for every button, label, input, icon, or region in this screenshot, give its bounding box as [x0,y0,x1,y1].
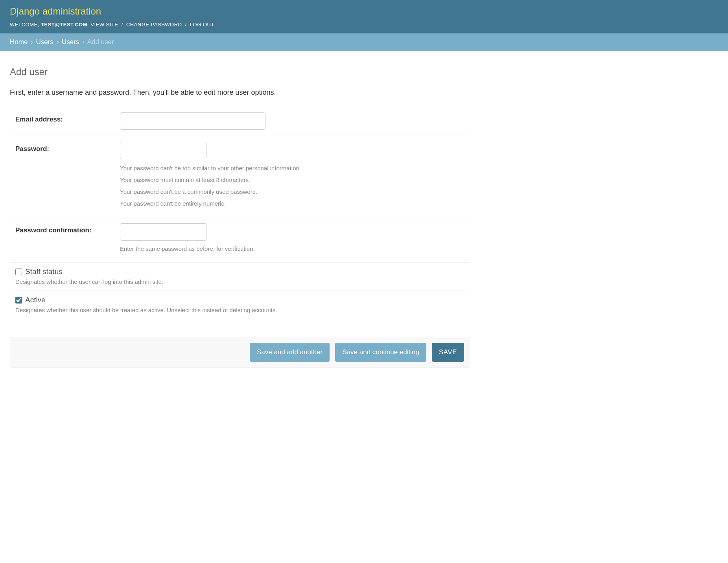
field-row-password2: Password confirmation: Enter the same pa… [10,217,470,263]
password-hint: Your password can't be entirely numeric. [120,199,470,208]
field-row-active: Active Designates whether this user shou… [10,291,470,319]
page-title: Add user [10,66,470,77]
email-label: Email address: [10,112,120,123]
password-label: Password: [10,142,120,153]
password-hint: Your password can't be too similar to yo… [120,164,470,172]
breadcrumb-current: Add user [87,38,114,46]
field-row-password: Password: Your password can't be too sim… [10,136,470,217]
logout-link[interactable]: LOG OUT [190,22,214,28]
site-title: Django administration [10,6,718,17]
password2-field[interactable] [120,223,206,241]
active-checkbox[interactable] [15,297,22,304]
password-field[interactable] [120,142,206,159]
intro-text: First, enter a username and password. Th… [10,88,470,97]
branding: Django administration [10,6,718,17]
save-add-another-button[interactable]: Save and add another [250,343,330,362]
save-continue-button[interactable]: Save and continue editing [335,343,426,362]
password-hint: Your password can't be a commonly used p… [120,188,470,196]
password2-help: Enter the same password as before, for v… [120,245,470,253]
active-help: Designates whether this user should be t… [15,307,470,313]
password-hint: Your password must contain at least 8 ch… [120,176,470,184]
staff-status-help: Designates whether the user can log into… [15,278,470,285]
breadcrumb-home[interactable]: Home [10,38,28,46]
breadcrumb-model[interactable]: Users [62,38,79,46]
email-field[interactable] [120,112,265,130]
active-label: Active [25,296,46,304]
user-tools: WELCOME, TEST@TEST.COM. VIEW SITE / CHAN… [10,22,718,28]
change-password-link[interactable]: CHANGE PASSWORD [126,22,182,28]
password-hints: Your password can't be too similar to yo… [120,164,470,208]
breadcrumb-app[interactable]: Users [36,38,53,46]
breadcrumb: Home › Users › Users › Add user [0,33,728,51]
admin-header: Django administration WELCOME, TEST@TEST… [0,0,728,33]
chevron-right-icon: › [81,38,86,46]
save-button[interactable]: SAVE [432,343,464,362]
staff-status-label: Staff status [25,267,63,276]
staff-status-checkbox[interactable] [15,269,22,275]
chevron-right-icon: › [55,38,60,46]
field-row-email: Email address: [10,107,470,136]
submit-row: Save and add another Save and continue e… [10,337,470,368]
welcome-label: WELCOME, [10,22,41,28]
content: Add user First, enter a username and pas… [0,51,480,375]
current-user: TEST@TEST.COM [41,22,87,28]
view-site-link[interactable]: VIEW SITE [90,22,118,28]
field-row-staff: Staff status Designates whether the user… [10,263,470,291]
chevron-right-icon: › [29,38,34,46]
password2-label: Password confirmation: [10,223,120,234]
